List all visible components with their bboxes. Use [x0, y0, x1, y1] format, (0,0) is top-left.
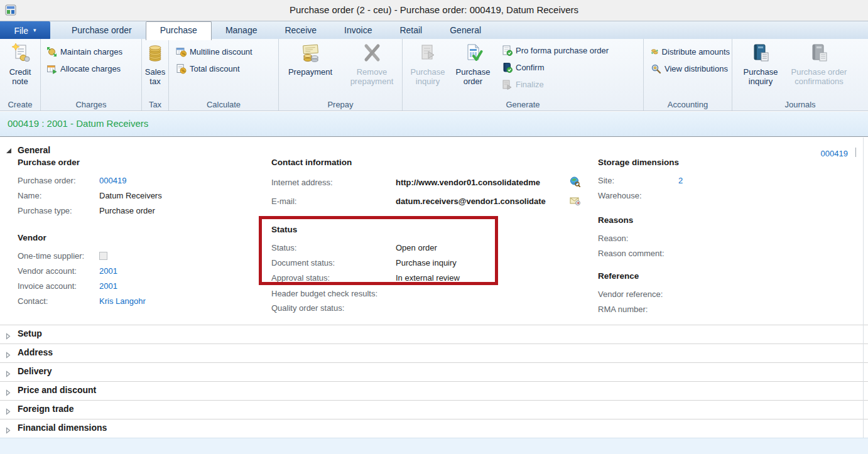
one-time-supplier-checkbox[interactable]: [99, 252, 107, 260]
distribute-amounts-button[interactable]: Distribute amounts: [649, 43, 732, 60]
group-label-calculate: Calculate: [169, 100, 278, 109]
status-extra-fieldgroup: Header budget check results: Quality ord…: [271, 286, 396, 315]
invoice-account-link[interactable]: 2001: [99, 281, 117, 291]
tab-purchase[interactable]: Purchase: [146, 21, 212, 40]
purchase-order-generate-label: Purchase order: [450, 67, 496, 86]
tab-general[interactable]: General: [436, 21, 495, 40]
panel-right-border: [863, 138, 864, 438]
finalize-button: Finalize: [500, 76, 610, 93]
section-delivery[interactable]: Delivery: [0, 362, 868, 381]
multiline-discount-icon: %: [176, 46, 187, 57]
vendor-fieldgroup: Vendor One-time supplier: Vendor account…: [18, 233, 146, 308]
vendor-group-title: Vendor: [18, 233, 146, 242]
group-label-create: Create: [0, 100, 40, 109]
ribbon-group-generate: Purchase inquiry Purchase order Pro form…: [403, 39, 644, 111]
confirm-button[interactable]: Confirm: [500, 59, 610, 76]
purchase-type-value: Purchase order: [99, 206, 155, 215]
section-setup[interactable]: Setup: [0, 325, 868, 343]
field-one-time-supplier: One-time supplier:: [18, 248, 146, 263]
contact-link[interactable]: Kris Langohr: [99, 296, 146, 306]
field-header-budget-check: Header budget check results:: [271, 286, 396, 301]
file-menu-button[interactable]: File ▾: [0, 21, 50, 40]
section-financial-dimensions-title: Financial dimensions: [18, 423, 107, 433]
multiline-discount-button[interactable]: % Multiline discount: [174, 43, 278, 60]
field-reason: Reason:: [598, 230, 678, 246]
purchase-inquiry-doc-icon: [418, 43, 438, 63]
tab-invoice[interactable]: Invoice: [330, 21, 386, 40]
field-quality-order-status: Quality order status:: [271, 301, 396, 315]
site-link[interactable]: 2: [678, 176, 683, 185]
ribbon-group-create: Credit note Create: [0, 39, 41, 111]
view-distributions-icon: [651, 63, 661, 74]
tab-purchase-order[interactable]: Purchase order: [58, 21, 146, 40]
maintain-charges-button[interactable]: Maintain charges: [45, 43, 141, 60]
view-distributions-button[interactable]: View distributions: [649, 60, 732, 77]
sales-tax-label: Sales tax: [142, 67, 168, 86]
reference-fieldgroup: Reference Vendor reference: RMA number:: [598, 271, 678, 316]
send-email-icon[interactable]: [570, 195, 580, 208]
purchase-order-confirmations-label: Purchase order confirmations: [783, 67, 855, 86]
allocate-charges-button[interactable]: Allocate charges: [45, 60, 141, 77]
ribbon-group-calculate: % Multiline discount % Total discount Ca…: [169, 39, 279, 111]
tab-receive[interactable]: Receive: [271, 21, 330, 40]
vendor-account-link[interactable]: 2001: [99, 266, 117, 276]
credit-note-button[interactable]: Credit note: [1, 39, 39, 86]
svg-text:%: %: [182, 51, 185, 57]
distribute-amounts-label: Distribute amounts: [662, 47, 730, 57]
field-contact: Contact: Kris Langohr: [18, 293, 146, 308]
section-address[interactable]: Address: [0, 343, 868, 362]
status-group-title: Status: [271, 225, 460, 234]
purchase-order-generate-button[interactable]: Purchase order: [450, 39, 496, 86]
field-invoice-account: Invoice account: 2001: [18, 278, 146, 293]
section-foreign-trade[interactable]: Foreign trade: [0, 400, 868, 419]
field-warehouse: Warehouse:: [598, 188, 683, 203]
confirm-icon: [502, 62, 513, 73]
pro-forma-purchase-order-label: Pro forma purchase order: [516, 46, 609, 55]
remove-prepayment-icon: [362, 43, 382, 63]
purchase-inquiry-journal-button[interactable]: Purchase inquiry: [739, 39, 783, 86]
distribute-amounts-icon: [651, 46, 659, 57]
ribbon: Credit note Create Maintain charges Allo…: [0, 39, 868, 111]
tab-retail[interactable]: Retail: [386, 21, 436, 40]
ribbon-group-accounting: Distribute amounts View distributions Ac…: [644, 39, 732, 111]
finalize-label: Finalize: [516, 80, 544, 89]
section-price-and-discount[interactable]: Price and discount: [0, 381, 868, 400]
record-banner: 000419 : 2001 - Datum Receivers: [0, 112, 868, 137]
section-financial-dimensions[interactable]: Financial dimensions: [0, 419, 868, 438]
prepayment-icon: [300, 43, 320, 63]
tab-manage[interactable]: Manage: [212, 21, 271, 40]
field-purchase-type: Purchase type: Purchase order: [18, 203, 162, 218]
field-internet-address: Internet address: http://www.vendor01.co…: [271, 173, 546, 192]
field-approval-status: Approval status: In external review: [271, 270, 460, 285]
expand-triangle-icon: [6, 331, 11, 342]
document-status-value: Purchase inquiry: [396, 258, 457, 268]
allocate-charges-label: Allocate charges: [60, 64, 121, 73]
multiline-discount-label: Multiline discount: [190, 47, 252, 57]
form-content: General 000419 Purchase order Purchase o…: [0, 138, 868, 438]
section-address-title: Address: [18, 347, 53, 357]
pro-forma-purchase-order-button[interactable]: Pro forma purchase order: [500, 42, 610, 59]
group-label-charges: Charges: [41, 100, 141, 109]
field-vendor-reference: Vendor reference:: [598, 286, 678, 301]
field-document-status: Document status: Purchase inquiry: [271, 255, 460, 270]
group-label-journals: Journals: [732, 100, 868, 109]
title-bar: Purchase order (2 - ceu) - Purchase orde…: [0, 0, 868, 21]
group-label-generate: Generate: [403, 100, 643, 109]
status-value: Open order: [396, 243, 437, 252]
open-internet-address-icon[interactable]: [570, 176, 580, 190]
reasons-title: Reasons: [598, 215, 678, 225]
journal-book-gray-icon: [809, 43, 829, 63]
storage-dimensions-fieldgroup: Storage dimensions Site: 2 Warehouse:: [598, 158, 683, 203]
expand-triangle-icon: [6, 350, 11, 361]
prepayment-button[interactable]: Prepayment: [281, 39, 339, 77]
record-number-link[interactable]: 000419: [821, 149, 848, 158]
sales-tax-button[interactable]: Sales tax: [142, 39, 168, 86]
approval-status-value: In external review: [396, 273, 460, 283]
ribbon-group-tax: Sales tax Tax: [142, 39, 169, 111]
window-title: Purchase order (2 - ceu) - Purchase orde…: [0, 4, 868, 15]
total-discount-button[interactable]: % Total discount: [174, 60, 278, 77]
journal-book-blue-icon: [751, 43, 771, 63]
prepayment-label: Prepayment: [288, 67, 332, 77]
purchase-order-value-link[interactable]: 000419: [99, 176, 126, 185]
internet-address-value: http://www.vendor01.consolidatedme: [396, 178, 540, 187]
